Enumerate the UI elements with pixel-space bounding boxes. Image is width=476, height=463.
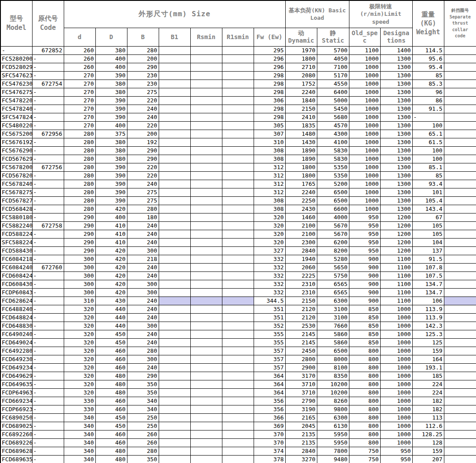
cell[interactable]: 270 xyxy=(64,71,95,80)
cell[interactable]: 2710 xyxy=(285,63,317,71)
cell[interactable]: 355 xyxy=(254,338,285,347)
cell[interactable] xyxy=(190,230,222,238)
cell[interactable] xyxy=(444,88,476,96)
cell[interactable]: 1300 xyxy=(380,146,412,155)
cell[interactable]: 5450 xyxy=(317,105,349,113)
cell[interactable]: 91.5 xyxy=(412,255,444,263)
cell[interactable]: - xyxy=(32,355,64,363)
cell[interactable]: 61.5 xyxy=(412,138,444,146)
cell[interactable]: 270 xyxy=(64,105,95,113)
cell[interactable]: FC5678240 xyxy=(0,180,32,188)
cell[interactable] xyxy=(159,372,190,380)
cell[interactable]: 280 xyxy=(64,180,95,188)
cell[interactable]: 320 xyxy=(64,380,95,388)
cell[interactable]: FC6488240 xyxy=(0,305,32,313)
cell[interactable]: 950 xyxy=(380,447,412,455)
cell[interactable] xyxy=(444,230,476,238)
cell[interactable]: 800 xyxy=(349,413,380,422)
cell[interactable]: 672956 xyxy=(32,130,64,138)
cell[interactable]: FCD669234 xyxy=(0,397,32,405)
cell[interactable]: 5350 xyxy=(317,171,349,180)
cell[interactable]: 200 xyxy=(127,130,159,138)
cell[interactable]: 91.5 xyxy=(412,105,444,113)
cell[interactable] xyxy=(222,63,254,71)
cell[interactable]: 1000 xyxy=(349,171,380,180)
cell[interactable]: 320 xyxy=(64,372,95,380)
cell[interactable] xyxy=(222,305,254,313)
cell[interactable]: - xyxy=(32,71,64,80)
cell[interactable]: - xyxy=(32,255,64,263)
cell[interactable] xyxy=(444,305,476,313)
cell[interactable]: 420 xyxy=(95,205,127,213)
cell[interactable]: 1200 xyxy=(380,213,412,221)
cell[interactable]: 280 xyxy=(64,138,95,146)
cell[interactable]: 3100 xyxy=(317,305,349,313)
cell[interactable]: FCD648830 xyxy=(0,322,32,330)
cell[interactable]: 2060 xyxy=(285,263,317,271)
cell[interactable]: 85 xyxy=(412,71,444,80)
cell[interactable]: 390 xyxy=(95,113,127,121)
cell[interactable]: 6300 xyxy=(317,297,349,305)
cell[interactable]: 300 xyxy=(127,322,159,330)
cell[interactable]: - xyxy=(32,372,64,380)
cell[interactable]: 3170 xyxy=(285,372,317,380)
cell[interactable] xyxy=(159,322,190,330)
cell[interactable] xyxy=(222,80,254,88)
cell[interactable]: 240 xyxy=(127,305,159,313)
cell[interactable]: 290 xyxy=(64,238,95,246)
cell[interactable]: 480 xyxy=(95,372,127,380)
cell[interactable]: 250 xyxy=(127,422,159,430)
cell[interactable]: 67 xyxy=(412,213,444,221)
cell[interactable]: SFC547623 xyxy=(0,71,32,80)
cell[interactable]: - xyxy=(32,213,64,221)
cell[interactable]: 1000 xyxy=(349,205,380,213)
cell[interactable] xyxy=(190,88,222,96)
cell[interactable] xyxy=(222,455,254,463)
cell[interactable]: 1000 xyxy=(349,113,380,121)
cell[interactable]: 6300 xyxy=(317,413,349,422)
cell[interactable]: 3710 xyxy=(285,380,317,388)
cell[interactable]: - xyxy=(32,347,64,355)
cell[interactable] xyxy=(190,347,222,355)
cell[interactable]: 480 xyxy=(95,447,127,455)
cell[interactable]: - xyxy=(32,54,64,63)
cell[interactable]: 137 xyxy=(412,246,444,255)
cell[interactable] xyxy=(222,405,254,413)
cell[interactable]: 370 xyxy=(254,438,285,447)
cell[interactable]: 193.1 xyxy=(412,363,444,372)
cell[interactable]: 320 xyxy=(64,322,95,330)
cell[interactable]: 182 xyxy=(412,405,444,413)
cell[interactable]: 2080 xyxy=(285,71,317,80)
cell[interactable] xyxy=(444,180,476,188)
cell[interactable]: 290 xyxy=(127,146,159,155)
cell[interactable]: 800 xyxy=(349,430,380,438)
cell[interactable]: 2450 xyxy=(285,347,317,355)
cell[interactable]: 450 xyxy=(95,413,127,422)
cell[interactable]: 1460 xyxy=(285,213,317,221)
cell[interactable]: 270 xyxy=(64,121,95,130)
cell[interactable]: 320 xyxy=(64,338,95,347)
cell[interactable]: 295 xyxy=(254,46,285,54)
cell[interactable]: 400 xyxy=(95,54,127,63)
cell[interactable] xyxy=(222,380,254,388)
cell[interactable]: 1000 xyxy=(380,338,412,347)
cell[interactable]: 460 xyxy=(95,430,127,438)
cell[interactable]: - xyxy=(32,138,64,146)
cell[interactable]: 750 xyxy=(349,455,380,463)
cell[interactable]: 290 xyxy=(64,213,95,221)
cell[interactable]: 332 xyxy=(254,255,285,263)
cell[interactable]: 672756 xyxy=(32,163,64,171)
cell[interactable]: 2800 xyxy=(285,355,317,363)
cell[interactable] xyxy=(190,297,222,305)
cell[interactable]: 400 xyxy=(95,121,127,130)
cell[interactable] xyxy=(444,397,476,405)
cell[interactable]: 2145 xyxy=(285,330,317,338)
cell[interactable] xyxy=(222,221,254,230)
cell[interactable]: 1000 xyxy=(380,405,412,413)
cell[interactable]: 340 xyxy=(64,447,95,455)
cell[interactable] xyxy=(444,130,476,138)
cell[interactable] xyxy=(222,121,254,130)
cell[interactable]: 1000 xyxy=(380,413,412,422)
cell[interactable]: - xyxy=(32,196,64,205)
cell[interactable] xyxy=(444,205,476,213)
